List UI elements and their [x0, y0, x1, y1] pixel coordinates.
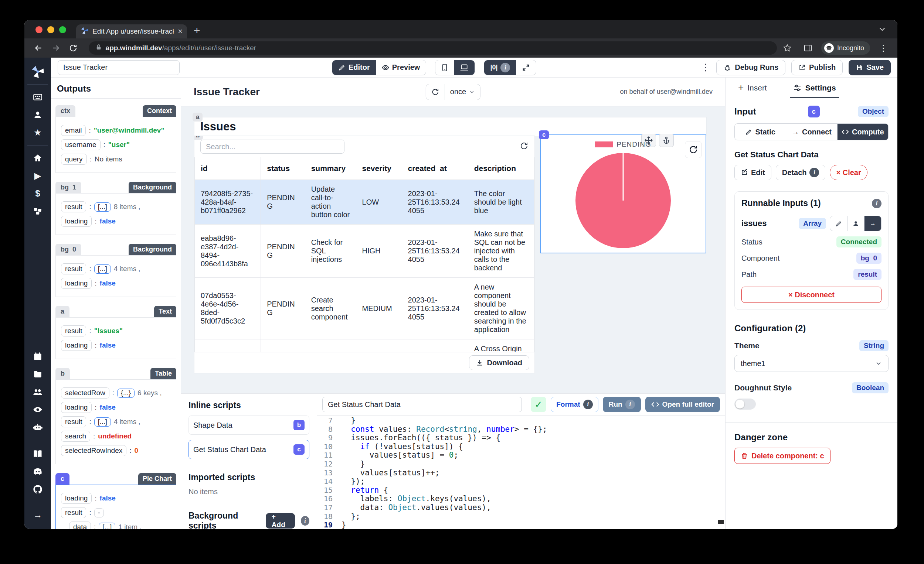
groups-users-icon[interactable] — [30, 384, 46, 400]
fullscreen-button[interactable] — [516, 60, 536, 75]
editor-mode-button[interactable]: Editor — [332, 60, 376, 75]
browser-menu-icon[interactable]: ⋮ — [876, 40, 891, 55]
table-cell[interactable]: LOW — [356, 180, 402, 224]
table-cell[interactable] — [305, 340, 356, 352]
output-card-key[interactable]: c — [56, 473, 69, 485]
table-cell[interactable]: 794208f5-2735-428a-b4af-b071ff0a2962 — [195, 180, 261, 224]
output-card-key[interactable]: bg_0 — [56, 244, 81, 255]
static-mode-button[interactable]: Static — [735, 124, 786, 140]
mobile-view-button[interactable] — [435, 60, 454, 75]
tab-search-chevron-icon[interactable] — [878, 24, 887, 36]
output-key[interactable]: loading — [61, 340, 92, 351]
code-line[interactable]: }; — [342, 512, 725, 521]
code-line[interactable]: } — [342, 460, 725, 469]
output-card-ctx[interactable]: ctx Context email :"user@windmill.dev" u… — [56, 105, 176, 173]
output-key[interactable]: result — [61, 507, 86, 518]
column-header-summary[interactable]: summary — [305, 157, 356, 180]
expand-box[interactable]: {...} — [117, 389, 135, 398]
preview-mode-button[interactable]: Preview — [376, 60, 426, 75]
column-header-severity[interactable]: severity — [356, 157, 402, 180]
column-header-created_at[interactable]: created_at — [402, 157, 468, 180]
home-icon[interactable] — [30, 150, 46, 166]
collapse-sidebar-arrow-icon[interactable]: → — [30, 507, 46, 523]
table-row[interactable]: 07da0553-4e6e-4d56-8ded-5fd0f7d5c3c2PEND… — [195, 278, 534, 340]
expand-box[interactable]: [...] — [94, 417, 111, 426]
table-cell[interactable]: 2023-01-25T16:13:53.244055 — [402, 180, 468, 224]
docs-book-icon[interactable] — [30, 446, 46, 462]
publish-button[interactable]: Publish — [791, 60, 843, 75]
output-key[interactable]: selectedRowIndex — [61, 445, 126, 456]
more-menu-icon[interactable]: ⋮ — [701, 62, 710, 73]
format-button[interactable]: Formati — [551, 397, 598, 412]
folders-icon[interactable] — [30, 366, 46, 382]
table-row[interactable]: eaba8d96-e387-4d2d-8494-096e4143b8faPEND… — [195, 224, 534, 278]
info-icon[interactable]: i — [301, 516, 309, 525]
output-key[interactable]: loading — [61, 216, 92, 227]
output-key[interactable]: email — [61, 125, 86, 136]
bookmark-star-icon[interactable] — [780, 40, 795, 55]
table-cell[interactable]: A new component should be created to all… — [468, 278, 534, 340]
code-lines[interactable]: } const values: Record<string, number> =… — [338, 416, 725, 529]
tab-close-icon[interactable]: × — [178, 27, 183, 36]
favorites-star-icon[interactable]: ★ — [30, 124, 46, 141]
code-line[interactable]: issues.forEach(({ status }) => { — [342, 434, 725, 443]
disconnect-button[interactable]: × Disconnect — [741, 287, 882, 303]
delete-component-button[interactable]: Delete component: c — [734, 448, 831, 464]
table-cell[interactable] — [356, 340, 402, 352]
scrollbar-thumb[interactable] — [718, 520, 724, 524]
diff-button[interactable]: |0|i — [484, 60, 516, 75]
audit-eye-icon[interactable] — [30, 401, 46, 418]
browser-tab[interactable]: Edit App u/user/issue-tracker | × — [76, 24, 187, 39]
output-card-bg_0[interactable]: bg_0 Background result :[...]4 items , l… — [56, 244, 176, 297]
code-line[interactable]: values[status] = 0; — [342, 451, 725, 460]
table-cell[interactable] — [195, 340, 261, 352]
app-name-input[interactable]: Issue Tracker — [58, 60, 180, 75]
table-component-b[interactable]: b Search... idstatussummaryseveritycreat… — [194, 136, 534, 373]
code-line[interactable]: const values: Record<string, number> = {… — [342, 425, 725, 434]
discord-icon[interactable] — [30, 464, 46, 480]
url-bar[interactable]: app.windmill.dev/apps/edit/u/user/issue-… — [89, 41, 777, 55]
output-key[interactable]: result — [61, 263, 86, 274]
output-card-a[interactable]: a Text result :"Issues" loading :false — [56, 306, 176, 359]
table-refresh-icon[interactable] — [520, 141, 528, 152]
table-cell[interactable]: Make sure that SQL can not be injected w… — [468, 224, 534, 278]
code-line[interactable]: values[status]++; — [342, 469, 725, 477]
code-line[interactable]: }); — [342, 477, 725, 486]
side-panel-icon[interactable] — [801, 40, 815, 55]
output-card-b[interactable]: b Table selectedRow :{...}6 keys , loadi… — [56, 368, 176, 464]
desktop-view-button[interactable] — [454, 60, 475, 75]
table-cell[interactable]: MEDIUM — [356, 278, 402, 340]
code-line[interactable]: if (!values[status]) { — [342, 443, 725, 451]
monaco-editor[interactable]: 78910111213141516171819 } const values: … — [317, 415, 725, 529]
output-key[interactable]: result — [61, 201, 86, 212]
output-card-key[interactable]: ctx — [56, 105, 75, 117]
table-cell[interactable]: A Cross Origin — [468, 340, 534, 352]
edit-script-button[interactable]: Edit — [734, 165, 771, 180]
windmill-logo[interactable] — [30, 64, 46, 80]
table-cell[interactable]: PENDING — [261, 180, 305, 224]
app-refresh-button[interactable] — [426, 84, 445, 100]
output-key[interactable]: loading — [61, 278, 92, 289]
output-key[interactable]: result — [61, 416, 86, 427]
table-cell[interactable]: 07da0553-4e6e-4d56-8ded-5fd0f7d5c3c2 — [195, 278, 261, 340]
script-name-input[interactable]: Get Status Chart Data — [322, 397, 522, 412]
table-cell[interactable]: PENDING — [261, 278, 305, 340]
github-icon[interactable] — [30, 481, 46, 498]
theme-select[interactable]: theme1 — [734, 355, 888, 372]
table-cell[interactable]: Update call-to-action button color — [305, 180, 356, 224]
clear-script-button[interactable]: × Clear — [830, 165, 867, 180]
user-input-button[interactable] — [847, 216, 864, 231]
add-background-script-button[interactable]: + Add — [266, 513, 295, 528]
output-card-key[interactable]: a — [56, 306, 69, 317]
code-line[interactable]: } — [342, 416, 725, 425]
expand-box[interactable]: [...] — [94, 265, 111, 274]
reload-icon[interactable] — [66, 40, 80, 55]
output-key[interactable]: username — [61, 139, 100, 150]
output-card-key[interactable]: bg_1 — [56, 182, 81, 193]
code-line[interactable]: data: Object.values(values), — [342, 503, 725, 512]
expand-box[interactable]: [...] — [99, 523, 116, 529]
schedules-calendar-icon[interactable] — [30, 348, 46, 365]
connect-output-button[interactable]: → — [864, 216, 881, 231]
zoom-window-button[interactable] — [59, 26, 66, 33]
table-row[interactable]: A Cross Origin — [195, 340, 534, 352]
